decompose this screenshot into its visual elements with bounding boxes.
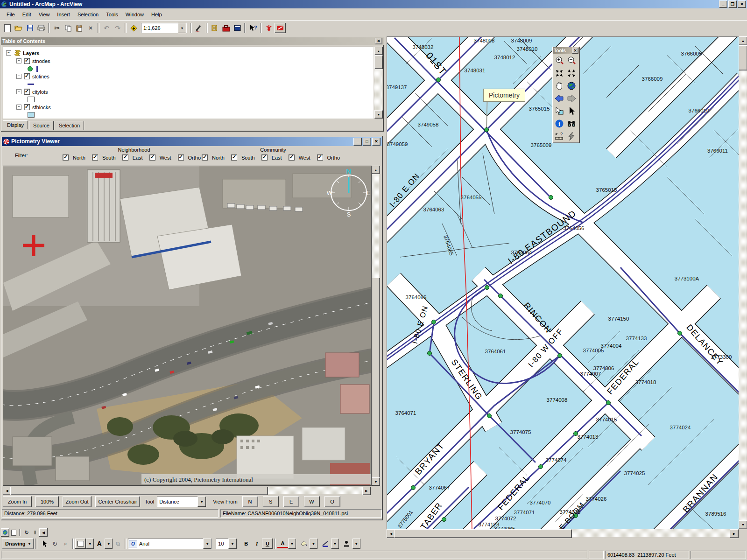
marker-color-icon[interactable] xyxy=(342,539,352,549)
rectangle-tool-icon[interactable] xyxy=(75,539,86,549)
community-south-checkbox[interactable] xyxy=(231,154,237,161)
fill-color-dropdown-icon[interactable]: ▼ xyxy=(310,539,317,549)
pictometry-titlebar[interactable]: Pictometry Viewer _ □ ✕ xyxy=(2,137,382,146)
pictometry-minimize-button[interactable]: _ xyxy=(353,138,362,146)
collapse-icon[interactable]: − xyxy=(6,50,11,56)
go-forward-icon[interactable] xyxy=(565,92,578,105)
text-tool-icon[interactable]: A xyxy=(94,539,105,549)
chevron-down-icon[interactable]: ▼ xyxy=(197,497,206,507)
collapse-icon[interactable]: − xyxy=(16,89,21,94)
print-icon[interactable] xyxy=(35,23,47,33)
chevron-down-icon[interactable]: ▼ xyxy=(203,539,211,549)
add-data-icon[interactable] xyxy=(128,23,139,33)
view-east-button[interactable]: E xyxy=(283,496,299,507)
font-combo[interactable]: O Arial ▼ xyxy=(128,539,212,549)
menu-selection[interactable]: Selection xyxy=(74,10,102,19)
aerial-photo[interactable]: N E S W (c) Copyright 2004, Pictometry I… xyxy=(3,166,372,486)
tools-palette[interactable]: Tools ✕ i ? xyxy=(552,47,580,143)
menu-file[interactable]: File xyxy=(3,10,19,19)
identify-icon[interactable]: i xyxy=(553,117,565,130)
pictometry-close-button[interactable]: ✕ xyxy=(372,138,381,146)
zoom-to-selected-icon[interactable]: ⌕ xyxy=(60,539,71,549)
find-icon[interactable] xyxy=(565,117,578,130)
redo-icon[interactable]: ↷ xyxy=(112,23,123,33)
font-size-combo[interactable]: 10 ▼ xyxy=(216,539,237,549)
community-north-checkbox[interactable] xyxy=(202,154,208,161)
full-extent-icon[interactable] xyxy=(565,79,578,92)
shape-dropdown-icon[interactable]: ▼ xyxy=(86,539,94,549)
zoom-in-icon[interactable] xyxy=(553,54,565,67)
scroll-left-icon[interactable]: ◀ xyxy=(39,528,48,537)
tab-selection[interactable]: Selection xyxy=(55,121,84,130)
menu-window[interactable]: Window xyxy=(122,10,148,19)
italic-button[interactable]: I xyxy=(252,539,262,549)
layout-view-icon[interactable] xyxy=(9,528,18,537)
toc-root-label[interactable]: Layers xyxy=(23,50,39,56)
zoom-out-button[interactable]: Zoom Out xyxy=(63,496,92,507)
layer-checkbox-stnodes[interactable] xyxy=(24,58,30,64)
font-color-dropdown-icon[interactable]: ▼ xyxy=(288,539,296,549)
layer-label-sfblocks[interactable]: sfblocks xyxy=(32,105,51,110)
layer-label-stclines[interactable]: stclines xyxy=(32,74,49,79)
menu-edit[interactable]: Edit xyxy=(19,10,35,19)
new-document-icon[interactable] xyxy=(2,23,13,33)
text-dropdown-icon[interactable]: ▼ xyxy=(105,539,113,549)
minimize-button[interactable]: _ xyxy=(719,0,727,8)
view-north-button[interactable]: N xyxy=(242,496,258,507)
photo-hscrollbar[interactable]: ◀ ▶ xyxy=(3,487,371,494)
edit-vertices-icon[interactable]: ⧉ xyxy=(113,539,123,549)
neighborhood-west-checkbox[interactable] xyxy=(149,154,155,161)
whats-this-icon[interactable]: ? xyxy=(247,23,259,33)
pictometry-viewer-icon[interactable] xyxy=(275,23,286,33)
save-icon[interactable] xyxy=(24,23,35,33)
neighborhood-north-checkbox[interactable] xyxy=(63,154,69,161)
menu-insert[interactable]: Insert xyxy=(53,10,74,19)
menu-tools[interactable]: Tools xyxy=(102,10,122,19)
toc-close-icon[interactable]: ✕ xyxy=(375,38,382,44)
community-east-checkbox[interactable] xyxy=(261,154,268,161)
tab-display[interactable]: Display xyxy=(3,120,28,129)
menu-view[interactable]: View xyxy=(35,10,54,19)
view-ortho-button[interactable]: O xyxy=(324,496,340,507)
pan-icon[interactable] xyxy=(553,79,565,92)
cut-icon[interactable]: ✂ xyxy=(51,23,63,33)
tools-palette-close-icon[interactable]: ✕ xyxy=(572,48,578,54)
copy-icon[interactable] xyxy=(63,23,74,33)
arctoolbox-icon[interactable] xyxy=(220,23,232,33)
fixed-zoom-out-icon[interactable] xyxy=(565,67,578,79)
community-ortho-checkbox[interactable] xyxy=(317,154,323,161)
layer-checkbox-stclines[interactable] xyxy=(24,73,30,79)
bold-button[interactable]: B xyxy=(241,539,252,549)
select-features-icon[interactable] xyxy=(553,105,565,117)
collapse-icon[interactable]: − xyxy=(16,74,21,79)
go-back-icon[interactable] xyxy=(553,92,565,105)
refresh-view-icon[interactable]: ↻ xyxy=(22,528,31,537)
tools-palette-titlebar[interactable]: Tools ✕ xyxy=(553,47,579,54)
font-color-button[interactable]: A xyxy=(277,539,288,548)
pictometry-maximize-button[interactable]: □ xyxy=(363,138,371,146)
underline-button[interactable]: U xyxy=(262,539,273,549)
layer-checkbox-sfblocks[interactable] xyxy=(24,104,30,110)
chevron-down-icon[interactable]: ▼ xyxy=(228,539,237,549)
zoom-out-icon[interactable] xyxy=(565,54,578,67)
arccatalog-icon[interactable] xyxy=(209,23,220,33)
fixed-zoom-in-icon[interactable] xyxy=(553,67,565,79)
editor-pencil-icon[interactable] xyxy=(193,23,204,33)
toc-scrollbar[interactable]: ▲ ▼ xyxy=(374,47,382,119)
show-window-icon[interactable] xyxy=(232,23,243,33)
delete-icon[interactable]: ✕ xyxy=(85,23,96,33)
open-folder-icon[interactable] xyxy=(13,23,24,33)
drawing-menu-button[interactable]: Drawing ▼ xyxy=(2,538,34,549)
toc-titlebar[interactable]: Table of Contents ✕ xyxy=(1,37,384,45)
zoom-100-button[interactable]: 100% xyxy=(35,496,59,507)
chevron-down-icon[interactable]: ▼ xyxy=(178,23,186,33)
line-color-dropdown-icon[interactable]: ▼ xyxy=(331,539,339,549)
layer-label-stnodes[interactable]: stnodes xyxy=(32,58,50,64)
restore-button[interactable]: ❐ xyxy=(728,0,737,8)
map-hscrollbar[interactable]: ◀ ▶ xyxy=(387,529,739,537)
marker-color-dropdown-icon[interactable]: ▼ xyxy=(352,539,360,549)
map-vscrollbar[interactable]: ▲ ▼ xyxy=(739,36,747,529)
layer-label-citylots[interactable]: citylots xyxy=(32,89,48,95)
neighborhood-south-checkbox[interactable] xyxy=(92,154,98,161)
close-button[interactable]: ✕ xyxy=(738,0,746,8)
